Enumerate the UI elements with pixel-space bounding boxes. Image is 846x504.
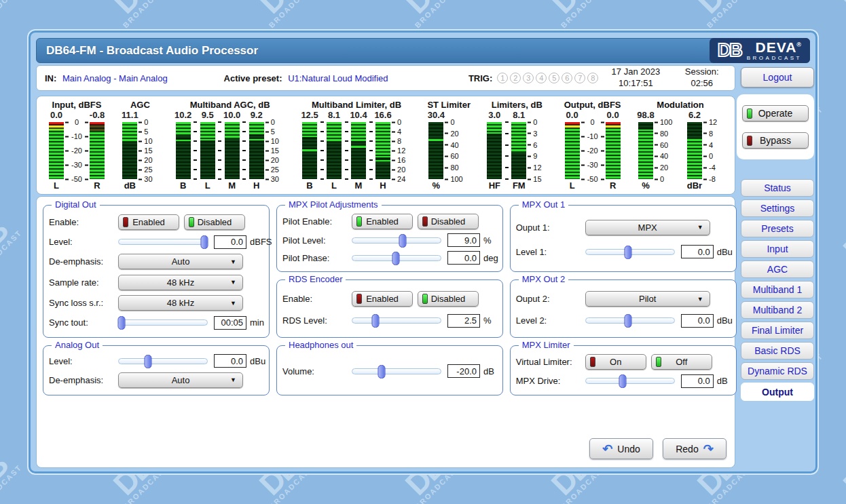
slider-thumb[interactable] <box>117 316 125 330</box>
slider-track[interactable] <box>585 317 675 324</box>
slider-thumb[interactable] <box>399 234 407 248</box>
slider-track[interactable] <box>352 237 441 244</box>
trigger-button-4[interactable]: 4 <box>536 73 547 83</box>
trigger-button-8[interactable]: 8 <box>587 73 598 83</box>
trigger-button-6[interactable]: 6 <box>562 73 572 83</box>
setting-row: Ouput 1:MPX▼ <box>516 220 732 235</box>
nav-item-final-limiter[interactable]: Final Limiter <box>741 322 814 339</box>
nav-item-agc[interactable]: AGC <box>741 260 814 278</box>
nav-item-input[interactable]: Input <box>741 240 814 258</box>
value-input[interactable]: 0.0 <box>681 245 714 258</box>
slider-track[interactable] <box>118 319 208 326</box>
nav-item-status[interactable]: Status <box>741 179 814 197</box>
slider-track[interactable] <box>585 378 675 384</box>
value-input[interactable]: 9.0 <box>447 233 480 247</box>
meter-bar-m <box>225 122 240 179</box>
nav-item-output[interactable]: Output <box>741 383 814 401</box>
select-dropdown[interactable]: 48 kHz▼ <box>118 275 243 290</box>
enabled-button[interactable]: Enabled <box>352 214 413 229</box>
select-dropdown[interactable]: 48 kHz▼ <box>118 295 243 311</box>
setting-row: Sample rate:48 kHz▼ <box>49 275 265 290</box>
select-dropdown[interactable]: Auto▼ <box>118 372 243 388</box>
meter-bar-label: FM <box>513 180 526 191</box>
nav-item-dynamic-rds[interactable]: Dynamic RDS <box>741 362 814 380</box>
meter-zone <box>638 130 653 179</box>
slider-thumb[interactable] <box>625 314 632 328</box>
slider-track[interactable] <box>352 317 441 324</box>
slider-thumb[interactable] <box>201 235 208 249</box>
select-dropdown[interactable]: Pilot▼ <box>585 291 710 307</box>
slider-track[interactable] <box>352 255 441 261</box>
slider-track[interactable] <box>585 249 675 255</box>
unit-label: dB <box>717 376 728 386</box>
trigger-button-5[interactable]: 5 <box>549 73 559 83</box>
trigger-button-7[interactable]: 7 <box>574 73 585 83</box>
panel-mpx-limiter: MPX LimiterVirtual Limiter:OnOffMPX Driv… <box>510 345 737 395</box>
deva-watermark: DBBROADCAST <box>247 0 316 29</box>
enabled-button[interactable]: Enabled <box>352 291 413 307</box>
disabled-button[interactable]: Disabled <box>184 214 245 230</box>
slider-thumb[interactable] <box>378 365 385 379</box>
slider-track[interactable] <box>118 239 208 245</box>
meter-scale <box>367 110 374 191</box>
trigger-button-2[interactable]: 2 <box>510 73 521 83</box>
slider-thumb[interactable] <box>371 314 379 328</box>
slider-track[interactable] <box>118 358 208 364</box>
value-input[interactable]: 00:05 <box>214 316 246 330</box>
off-button[interactable]: Off <box>651 354 712 370</box>
meter-group-title: Limiters, dB <box>485 100 548 110</box>
slider-thumb[interactable] <box>625 246 632 259</box>
nav-item-multiband-2[interactable]: Multiband 2 <box>741 301 814 319</box>
trigger-button-3[interactable]: 3 <box>523 73 534 83</box>
disabled-button[interactable]: Disabled <box>418 214 479 229</box>
meter-zone <box>225 122 240 139</box>
value-input[interactable]: 0.0 <box>214 354 246 368</box>
nav-item-settings[interactable]: Settings <box>741 199 814 217</box>
select-dropdown[interactable]: Auto▼ <box>118 254 243 269</box>
slider-thumb[interactable] <box>392 252 399 265</box>
value-input[interactable]: 2.5 <box>447 314 480 328</box>
chevron-down-icon: ▼ <box>230 300 236 307</box>
value-input[interactable]: -20.0 <box>447 364 480 378</box>
meter-zone <box>375 122 390 157</box>
undo-button[interactable]: ↶ Undo <box>589 438 653 459</box>
on-button[interactable]: On <box>585 354 646 370</box>
nav-item-presets[interactable]: Presets <box>741 220 814 237</box>
meter-bar-column: 8.1FM <box>510 110 528 191</box>
disabled-button[interactable]: Disabled <box>418 291 479 307</box>
meter-bar-column: 12.5B <box>301 110 318 191</box>
meter-scale <box>241 110 248 191</box>
meter-zone <box>511 122 526 153</box>
meter-scale <box>318 110 325 191</box>
value-input[interactable]: 0.0 <box>681 314 714 328</box>
value-input[interactable]: 0.0 <box>681 374 714 388</box>
select-dropdown[interactable]: MPX▼ <box>585 220 710 235</box>
bypass-button[interactable]: Bypass <box>742 132 809 149</box>
slider-track[interactable] <box>352 368 441 374</box>
meter-bar-column: 8.1L <box>325 110 343 191</box>
slider-thumb[interactable] <box>144 355 151 368</box>
time: 10:17:51 <box>598 78 673 90</box>
slider-thumb[interactable] <box>619 374 627 388</box>
panel-digital-out: Digital OutEnable:EnabledDisabledLevel:0… <box>43 205 270 338</box>
nav-item-basic-rds[interactable]: Basic RDS <box>741 342 814 360</box>
redo-button[interactable]: Redo ↷ <box>663 438 727 459</box>
logout-button[interactable]: Logout <box>741 67 814 88</box>
meter-value: 3.0 <box>488 110 500 122</box>
nav-item-multiband-1[interactable]: Multiband 1 <box>741 281 814 298</box>
meter-bar-label: H <box>253 180 259 191</box>
trigger-button-1[interactable]: 1 <box>497 73 508 83</box>
meter-bar-column: 30.4% <box>427 110 445 191</box>
meter-group-modulation: Modulation98.8%1008060402006.2dBr12840-4… <box>637 100 724 191</box>
setting-row: Level:0.0dBu <box>49 354 265 368</box>
operate-button[interactable]: Operate <box>742 105 809 121</box>
enabled-button[interactable]: Enabled <box>118 214 179 230</box>
meter-zone <box>687 138 702 179</box>
meter-bar-b <box>176 122 191 179</box>
unit-label: % <box>483 315 492 326</box>
meter-bar-column: 98.8% <box>637 110 655 191</box>
meter-value: 0.0 <box>607 110 619 122</box>
setting-row: Pilot Level:9.0% <box>282 233 498 247</box>
value-input[interactable]: 0.0 <box>214 235 246 249</box>
value-input[interactable]: 0.0 <box>447 251 480 265</box>
